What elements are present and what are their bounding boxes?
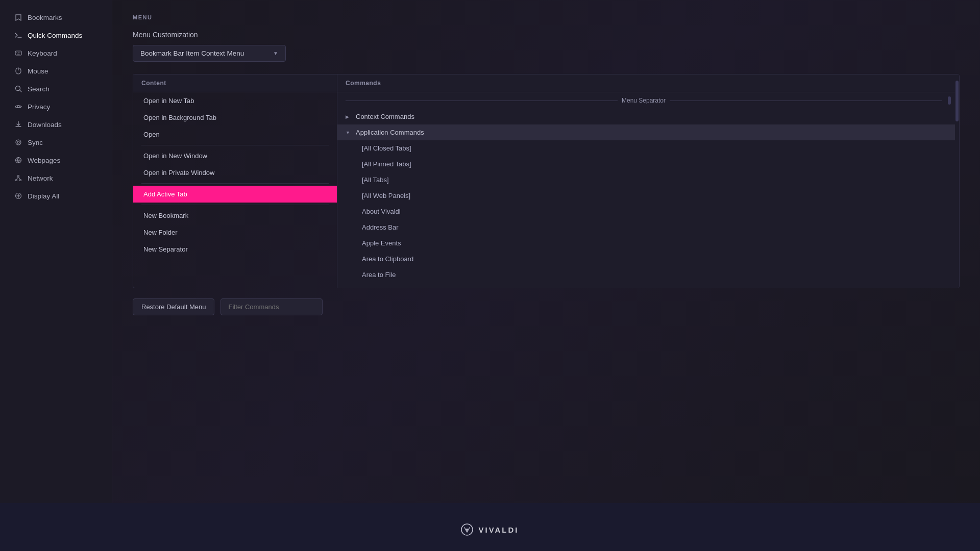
list-item[interactable]: Open in New Window — [133, 147, 337, 164]
svg-point-22 — [466, 529, 468, 531]
separator — [141, 205, 329, 205]
sidebar-item-label: Mouse — [28, 67, 48, 75]
sidebar: Bookmarks Quick Commands Keyboard — [0, 0, 112, 503]
svg-line-16 — [17, 177, 19, 180]
display-all-icon — [14, 192, 22, 200]
context-commands-label: Context Commands — [356, 113, 414, 120]
command-item-address-bar[interactable]: Address Bar — [337, 219, 959, 235]
sidebar-item-privacy[interactable]: Privacy — [4, 98, 108, 115]
chevron-right-icon: ▶ — [346, 114, 352, 119]
sidebar-item-label: Sync — [28, 139, 43, 146]
commands-column: Commands Menu Separator ▶ Context Comman… — [337, 74, 959, 288]
separator — [141, 145, 329, 145]
scrollbar-track[interactable] — [955, 74, 959, 288]
sidebar-item-label: Keyboard — [28, 49, 57, 57]
command-item-block-ads[interactable]: Block/Unblock Ads and Tracking — [337, 283, 959, 288]
list-item[interactable]: Open in New Tab — [133, 92, 337, 109]
mouse-icon — [14, 67, 22, 75]
chevron-down-icon: ▼ — [346, 130, 352, 135]
content-col-header: Content — [133, 74, 337, 92]
quick-commands-icon — [14, 31, 22, 39]
menu-separator-row: Menu Separator — [337, 92, 959, 109]
svg-point-14 — [16, 180, 17, 181]
context-commands-group[interactable]: ▶ Context Commands — [337, 109, 959, 124]
application-commands-group[interactable]: ▼ Application Commands — [337, 124, 959, 140]
content-column: Content Open in New Tab Open in Backgrou… — [133, 74, 337, 288]
main-content: MENU Menu Customization Bookmark Bar Ite… — [112, 0, 980, 503]
vivaldi-logo-icon — [461, 523, 473, 536]
sidebar-item-sync[interactable]: Sync — [4, 134, 108, 151]
separator — [141, 183, 329, 184]
restore-default-button[interactable]: Restore Default Menu — [133, 298, 214, 315]
sidebar-item-label: Search — [28, 85, 50, 93]
sidebar-item-webpages[interactable]: Webpages — [4, 152, 108, 169]
eye-icon — [14, 103, 22, 111]
command-item-area-to-file[interactable]: Area to File — [337, 267, 959, 283]
sidebar-item-quick-commands[interactable]: Quick Commands — [4, 27, 108, 44]
sidebar-item-label: Bookmarks — [28, 14, 62, 21]
command-item-apple-events[interactable]: Apple Events — [337, 235, 959, 251]
sidebar-item-label: Downloads — [28, 121, 62, 129]
network-icon — [14, 174, 22, 182]
page-title: MENU — [133, 14, 960, 20]
svg-line-17 — [18, 177, 20, 180]
command-item-all-tabs[interactable]: [All Tabs] — [337, 172, 959, 188]
svg-point-9 — [17, 106, 19, 108]
sidebar-item-bookmarks[interactable]: Bookmarks — [4, 9, 108, 26]
keyboard-icon — [14, 49, 22, 57]
filter-commands-input[interactable] — [220, 298, 323, 315]
sidebar-item-label: Webpages — [28, 157, 60, 164]
svg-rect-0 — [15, 51, 21, 55]
bookmark-icon — [14, 13, 22, 21]
svg-point-15 — [20, 180, 21, 181]
sidebar-item-search[interactable]: Search — [4, 80, 108, 97]
menu-editor: Content Open in New Tab Open in Backgrou… — [133, 74, 960, 288]
bottom-controls: Restore Default Menu — [133, 298, 960, 315]
download-icon — [14, 120, 22, 129]
sidebar-item-keyboard[interactable]: Keyboard — [4, 44, 108, 62]
scrollbar-thumb[interactable] — [955, 81, 959, 121]
add-active-tab-item[interactable]: Add Active Tab — [133, 186, 337, 203]
list-item[interactable]: New Folder — [133, 224, 337, 241]
list-item[interactable]: New Separator — [133, 241, 337, 258]
vivaldi-brand-name: VIVALDI — [478, 525, 519, 534]
chevron-down-icon: ▼ — [273, 51, 278, 56]
webpages-icon — [14, 156, 22, 164]
list-item[interactable]: New Bookmark — [133, 207, 337, 224]
menu-type-dropdown[interactable]: Bookmark Bar Item Context Menu ▼ — [133, 45, 286, 62]
command-item-all-closed-tabs[interactable]: [All Closed Tabs] — [337, 140, 959, 156]
sidebar-item-display-all[interactable]: Display All — [4, 187, 108, 205]
command-item-area-to-clipboard[interactable]: Area to Clipboard — [337, 251, 959, 267]
customization-section: Menu Customization Bookmark Bar Item Con… — [133, 31, 960, 62]
list-item[interactable]: Open — [133, 126, 337, 143]
sidebar-item-downloads[interactable]: Downloads — [4, 116, 108, 133]
separator-line-right — [670, 101, 942, 101]
application-commands-label: Application Commands — [356, 129, 424, 136]
customization-label: Menu Customization — [133, 31, 960, 39]
sidebar-item-network[interactable]: Network — [4, 169, 108, 187]
svg-line-8 — [20, 90, 22, 92]
sidebar-item-label: Display All — [28, 192, 59, 200]
sidebar-item-label: Privacy — [28, 103, 50, 111]
sidebar-item-mouse[interactable]: Mouse — [4, 62, 108, 80]
scrollbar-handle[interactable] — [948, 96, 951, 105]
menu-separator-label: Menu Separator — [622, 97, 666, 104]
footer: VIVALDI — [0, 503, 980, 551]
svg-point-11 — [17, 141, 19, 143]
sidebar-item-label: Network — [28, 174, 53, 182]
dropdown-value: Bookmark Bar Item Context Menu — [140, 49, 244, 57]
separator-line-left — [346, 101, 618, 101]
list-item[interactable]: Open in Private Window — [133, 164, 337, 181]
command-item-about-vivaldi[interactable]: About Vivaldi — [337, 204, 959, 219]
svg-point-10 — [16, 140, 21, 145]
list-item[interactable]: Open in Background Tab — [133, 109, 337, 126]
sync-icon — [14, 138, 22, 146]
commands-col-header: Commands — [337, 74, 959, 92]
search-icon — [14, 85, 22, 93]
command-item-all-pinned-tabs[interactable]: [All Pinned Tabs] — [337, 156, 959, 172]
sidebar-item-label: Quick Commands — [28, 32, 82, 39]
command-item-all-web-panels[interactable]: [All Web Panels] — [337, 188, 959, 204]
svg-point-13 — [18, 176, 19, 177]
